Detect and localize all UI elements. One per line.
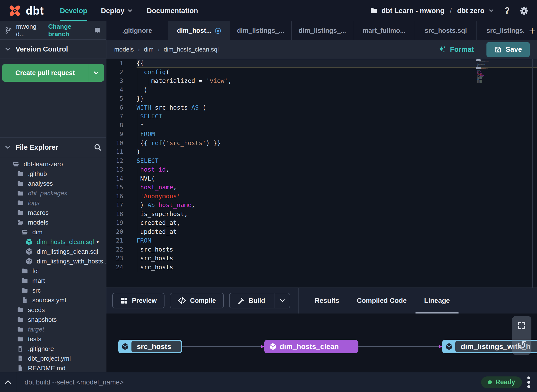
code-line[interactable]: src_hosts — [137, 263, 537, 272]
tree-item[interactable]: .gitignore — [0, 344, 106, 354]
tree-item[interactable]: seeds — [0, 305, 106, 315]
code-line[interactable]: updated_at — [137, 227, 537, 236]
code-line[interactable]: FROM — [137, 130, 537, 139]
code-line[interactable]: FROM — [137, 236, 537, 245]
tree-item[interactable]: dbt_project.yml — [0, 354, 106, 363]
tree-item[interactable]: dbt_packages — [0, 188, 106, 198]
code-line[interactable]: ) — [137, 86, 537, 95]
command-input[interactable]: dbt build --select <model_name> — [25, 378, 124, 386]
tree-item[interactable]: dim_hosts_clean.sql• — [0, 237, 106, 247]
tree-item[interactable]: dim_listings_with_hosts... — [0, 256, 106, 266]
nav-item-documentation[interactable]: Documentation — [147, 0, 198, 21]
tree-item[interactable]: .github — [0, 169, 106, 179]
panel-tab-results[interactable]: Results — [306, 288, 348, 314]
code-line[interactable]: ) — [137, 148, 537, 157]
tree-item[interactable]: dim_listings_clean.sql — [0, 247, 106, 256]
code-line[interactable]: ) AS host_name, — [137, 201, 537, 210]
create-pull-request-button[interactable]: Create pull request — [2, 64, 104, 82]
tree-item[interactable]: mart — [0, 276, 106, 286]
code-token — [137, 166, 140, 173]
folder-open-icon — [12, 160, 20, 168]
settings-gear-icon[interactable] — [520, 6, 529, 15]
tree-item[interactable]: target — [0, 324, 106, 334]
refresh-icon[interactable]: ↺ — [512, 335, 531, 355]
build-dropdown-chevron[interactable] — [275, 293, 290, 308]
save-button[interactable]: Save — [486, 42, 530, 57]
help-button[interactable]: ? — [504, 6, 510, 16]
code-line[interactable]: is_superhost, — [137, 210, 537, 219]
editor-tab[interactable]: src_listings. — [477, 21, 527, 40]
refresh-glyph: ↺ — [517, 338, 527, 352]
lineage-edge — [182, 346, 261, 347]
format-button[interactable]: Format — [438, 45, 474, 54]
code-line[interactable]: * — [137, 121, 537, 130]
project-selector[interactable]: dbt Learn - mwong / dbt zero — [381, 7, 494, 15]
panel-tab-compiled-code[interactable]: Compiled Code — [348, 288, 415, 314]
tree-item[interactable]: dim — [0, 227, 106, 237]
tree-item[interactable]: snapshots — [0, 315, 106, 324]
build-button[interactable]: Build — [229, 293, 290, 308]
code-area[interactable]: {{ config( materialized = 'view', )}}WIT… — [137, 59, 537, 287]
new-tab-button[interactable]: + — [527, 21, 537, 40]
editor-scrollbar[interactable] — [532, 59, 533, 287]
search-icon[interactable] — [94, 143, 102, 151]
indent-guide — [138, 201, 138, 210]
tree-item[interactable]: logs — [0, 198, 106, 208]
fullscreen-icon[interactable] — [512, 316, 531, 335]
compile-button[interactable]: Compile — [170, 293, 224, 308]
code-line[interactable]: WITH src_hosts AS ( — [137, 103, 537, 112]
code-line[interactable]: {{ ref('src_hosts') }} — [137, 139, 537, 148]
editor-tab[interactable]: dim_listings_... — [292, 21, 353, 40]
breadcrumb-item[interactable]: dim_hosts_clean.sql — [164, 46, 219, 53]
nav-item-deploy[interactable]: Deploy — [101, 0, 133, 21]
code-editor[interactable]: 123456789101112131415161718192021222324 … — [106, 59, 537, 287]
code-token: SELECT — [137, 157, 158, 164]
minimap[interactable]: {{ config( materialized = 'view', )}}WIT… — [477, 59, 494, 83]
tree-item[interactable]: src — [0, 286, 106, 295]
tree-item[interactable]: analyses — [0, 179, 106, 188]
docs-book-icon[interactable] — [94, 26, 101, 34]
top-navbar: dbt DevelopDeployDocumentation dbt Learn… — [0, 0, 537, 21]
tree-item[interactable]: macros — [0, 208, 106, 218]
lineage-canvas[interactable]: src_hostsdim_hosts_cleandim_listings_wit… — [106, 314, 537, 372]
tree-item[interactable]: models — [0, 218, 106, 227]
editor-tab[interactable]: dim_host... — [168, 21, 230, 40]
editor-tab[interactable]: dim_listings_... — [230, 21, 292, 40]
file-explorer-header[interactable]: File Explorer — [0, 137, 106, 157]
environment-name: dbt zero — [457, 7, 485, 15]
nav-item-develop[interactable]: Develop — [60, 0, 87, 21]
code-line[interactable]: SELECT — [137, 157, 537, 166]
version-control-header[interactable]: Version Control — [0, 40, 106, 59]
code-line[interactable]: host_name, — [137, 183, 537, 192]
change-branch-link[interactable]: Change branch — [48, 23, 90, 38]
code-line[interactable]: host_id, — [137, 165, 537, 174]
kebab-menu-icon[interactable] — [527, 376, 530, 388]
tree-item[interactable]: dbt-learn-zero — [0, 159, 106, 169]
toolbar-divider — [298, 288, 299, 314]
code-line[interactable]: }} — [137, 94, 537, 103]
tree-item[interactable]: sources.yml — [0, 295, 106, 305]
tree-item[interactable]: README.md — [0, 363, 106, 372]
preview-button[interactable]: Preview — [112, 293, 165, 308]
tree-item[interactable]: tests — [0, 334, 106, 344]
lineage-node-dim_hosts_clean[interactable]: dim_hosts_clean — [264, 340, 358, 353]
code-line[interactable]: created_at, — [137, 218, 537, 227]
chevron-up-icon[interactable] — [0, 372, 16, 392]
breadcrumb-item[interactable]: models — [114, 46, 134, 53]
dbt-logo[interactable]: dbt — [7, 0, 44, 21]
tree-item-label: dim — [32, 228, 43, 236]
lineage-node-src_hosts[interactable]: src_hosts — [118, 340, 182, 353]
file-icon — [17, 345, 24, 353]
code-line[interactable]: 'Anonymous' — [137, 192, 537, 201]
code-line[interactable]: SELECT — [137, 112, 537, 121]
code-line[interactable]: src_hosts — [137, 245, 537, 254]
editor-tab[interactable]: src_hosts.sql — [415, 21, 477, 40]
editor-tab[interactable]: mart_fullmo... — [353, 21, 415, 40]
breadcrumb-item[interactable]: dim — [144, 46, 154, 53]
pr-dropdown-chevron[interactable] — [88, 64, 104, 82]
code-line[interactable]: NVL( — [137, 174, 537, 183]
panel-tab-lineage[interactable]: Lineage — [416, 288, 459, 314]
tree-item[interactable]: fct — [0, 266, 106, 276]
editor-tab[interactable]: .gitignore — [106, 21, 168, 40]
code-line[interactable]: src_hosts — [137, 254, 537, 263]
